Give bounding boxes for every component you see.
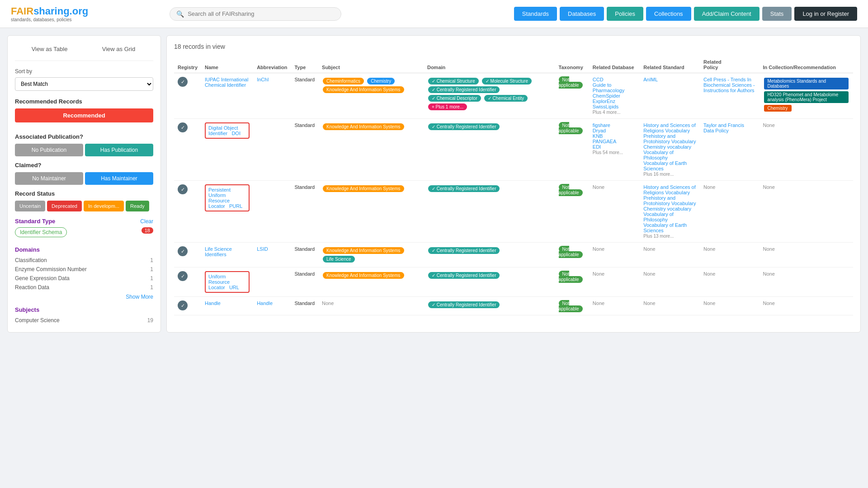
domain-enzyme[interactable]: Enzyme Commission Number 1 xyxy=(15,265,153,274)
logo-text: FAIRsharing.org xyxy=(11,5,88,17)
identifier-schema-count: 18 xyxy=(142,227,153,234)
nav-collections-button[interactable]: Collections xyxy=(646,7,691,21)
domain-reaction-count: 1 xyxy=(150,284,153,291)
nav-databases-button[interactable]: Databases xyxy=(560,7,604,21)
related-db-link[interactable]: ChemSpider xyxy=(593,93,636,99)
record-name-r6[interactable]: Handle xyxy=(205,300,221,306)
taxonomy-badge: Not applicable xyxy=(559,271,583,283)
col-in-collection: In Collection/Recommendation xyxy=(760,56,854,73)
related-db-link[interactable]: EDI xyxy=(593,144,636,150)
related-policy-link[interactable]: Cell Press - Trends In Biochemical Scien… xyxy=(703,77,755,93)
subject-tag: Chemistry xyxy=(367,78,395,84)
status-deprecated-button[interactable]: Deprecated xyxy=(47,201,82,211)
has-maintainer-button[interactable]: Has Maintainer xyxy=(85,172,153,185)
domain-gene[interactable]: Gene Expression Data 1 xyxy=(15,274,153,283)
registry-icon: ✓ xyxy=(178,77,188,87)
nav-buttons: Standards Databases Policies Collections… xyxy=(514,7,857,21)
domain-computer-science[interactable]: Computer Science 19 xyxy=(15,316,153,325)
record-abbr-r2-inline[interactable]: DOI xyxy=(231,131,241,136)
record-name-r4[interactable]: Life Science Identifiers xyxy=(205,246,232,257)
related-policy-none: None xyxy=(703,184,715,190)
assoc-pub-label: Associated Publication? xyxy=(15,133,153,140)
domain-reaction[interactable]: Reaction Data 1 xyxy=(15,283,153,292)
status-uncertain-button[interactable]: Uncertain xyxy=(15,201,45,211)
status-ready-button[interactable]: Ready xyxy=(126,201,149,211)
record-abbr-r6[interactable]: Handle xyxy=(257,300,273,306)
related-standard-link[interactable]: Vocabulary of Philosophy xyxy=(643,211,696,222)
domain-tag: ✓ Centrally Registered Identifier xyxy=(428,185,500,192)
related-policy-link[interactable]: Taylor and Francis Data Policy xyxy=(703,122,755,133)
related-standard-link[interactable]: Chemistry vocabulary xyxy=(643,144,696,150)
nav-addclaim-button[interactable]: Add/Claim Content xyxy=(694,7,760,21)
record-abbr-r4[interactable]: LSID xyxy=(257,246,268,252)
domain-classification[interactable]: Classification 1 xyxy=(15,256,153,265)
col-related-policy: RelatedPolicy xyxy=(700,56,759,73)
view-grid-button[interactable]: View as Grid xyxy=(84,43,153,55)
related-db-link[interactable]: KNB xyxy=(593,133,636,139)
subjects-cs-count: 19 xyxy=(147,317,153,324)
show-more-link[interactable]: Show More xyxy=(15,294,153,300)
related-db-link[interactable]: SwissLipids xyxy=(593,104,636,109)
domain-more[interactable]: + Plus 1 more... xyxy=(428,103,467,110)
record-type-r2: Standard xyxy=(291,119,318,181)
related-db-link[interactable]: Dryad xyxy=(593,128,636,133)
record-abbr-r5-inline[interactable]: URL xyxy=(229,285,239,290)
view-toggle: View as Table View as Grid xyxy=(15,43,153,61)
status-indev-button[interactable]: In developm... xyxy=(84,201,124,211)
col-abbreviation: Abbreviation xyxy=(253,56,291,73)
view-table-button[interactable]: View as Table xyxy=(15,43,84,55)
has-publication-button[interactable]: Has Publication xyxy=(85,144,153,156)
collection-none: None xyxy=(763,271,775,277)
identifier-schema-tag[interactable]: Identifier Schema xyxy=(15,227,67,237)
recommended-button[interactable]: Recommended xyxy=(15,108,153,122)
domain-classification-label: Classification xyxy=(15,257,47,263)
nav-standards-button[interactable]: Standards xyxy=(514,7,557,21)
record-name-r5[interactable]: Uniform Resource Locator xyxy=(208,274,230,290)
col-domain: Domain xyxy=(424,56,555,73)
no-maintainer-button[interactable]: No Maintainer xyxy=(15,172,83,185)
subject-none: None xyxy=(322,300,334,306)
subject-tag: Life Science xyxy=(323,256,354,263)
record-abbr-r3-inline[interactable]: PURL xyxy=(229,203,242,209)
nav-policies-button[interactable]: Policies xyxy=(607,7,643,21)
related-standard-more[interactable]: Plus 13 more... xyxy=(643,234,674,239)
related-standard-link[interactable]: Vocabulary of Earth Sciences xyxy=(643,222,696,233)
related-standard-link[interactable]: Vocabulary of Philosophy xyxy=(643,150,696,160)
no-publication-button[interactable]: No Publication xyxy=(15,144,83,156)
col-related-standard: Related Standard xyxy=(640,56,700,73)
main-layout: View as Table View as Grid Sort by Best … xyxy=(0,28,868,340)
related-standard-more[interactable]: Plus 16 more... xyxy=(643,172,674,177)
related-db-link[interactable]: PANGAEA xyxy=(593,139,636,144)
related-db-link[interactable]: figshare xyxy=(593,122,636,128)
subject-tag: Knowledge And Information Systems xyxy=(323,185,404,192)
search-input[interactable] xyxy=(188,10,335,17)
record-name-r3[interactable]: Persistent Uniform Resource Locator xyxy=(208,187,231,209)
nav-login-button[interactable]: Log in or Register xyxy=(794,7,857,21)
related-standard-link[interactable]: Prehistory and Protohistory Vocabulary xyxy=(643,195,696,206)
col-name: Name xyxy=(201,56,253,73)
related-standard-link[interactable]: Prehistory and Protohistory Vocabulary xyxy=(643,133,696,144)
domain-tag: ✓ Centrally Registered Identifier xyxy=(428,301,500,308)
related-standard-link[interactable]: History and Sciences of Religions Vocabu… xyxy=(643,184,696,195)
sort-section: Sort by Best Match Name A-Z Name Z-A New… xyxy=(15,68,153,91)
related-standard-link[interactable]: Chemistry vocabulary xyxy=(643,206,696,211)
related-db-link[interactable]: Guide to Pharmacology xyxy=(593,82,636,93)
nav-stats-button[interactable]: Stats xyxy=(762,7,792,21)
related-standard-link[interactable]: History and Sciences of Religions Vocabu… xyxy=(643,122,696,133)
domain-tag: ✓ Centrally Registered Identifier xyxy=(428,86,500,93)
standard-type-label: Standard Type xyxy=(15,218,55,225)
related-db-link[interactable]: ExplorEnz xyxy=(593,99,636,104)
record-name-r1[interactable]: IUPAC International Chemical Identifier xyxy=(205,77,248,88)
record-abbr-r1[interactable]: InChI xyxy=(257,77,269,82)
clear-link[interactable]: Clear xyxy=(140,218,153,225)
domain-tag: ✓ Centrally Registered Identifier xyxy=(428,272,500,279)
related-db-more[interactable]: Plus 54 more... xyxy=(593,150,623,155)
sort-select[interactable]: Best Match Name A-Z Name Z-A Newest Firs… xyxy=(15,77,153,91)
related-standard-link[interactable]: AnIML xyxy=(643,77,696,82)
table-header-row: Registry Name Abbreviation Type Subject … xyxy=(174,56,853,73)
related-db-more[interactable]: Plus 4 more... xyxy=(593,110,621,115)
related-db-link[interactable]: CCD xyxy=(593,77,636,82)
related-policy-none: None xyxy=(703,246,715,252)
related-standard-link[interactable]: Vocabulary of Earth Sciences xyxy=(643,160,696,171)
search-bar[interactable]: 🔍 xyxy=(170,7,341,21)
